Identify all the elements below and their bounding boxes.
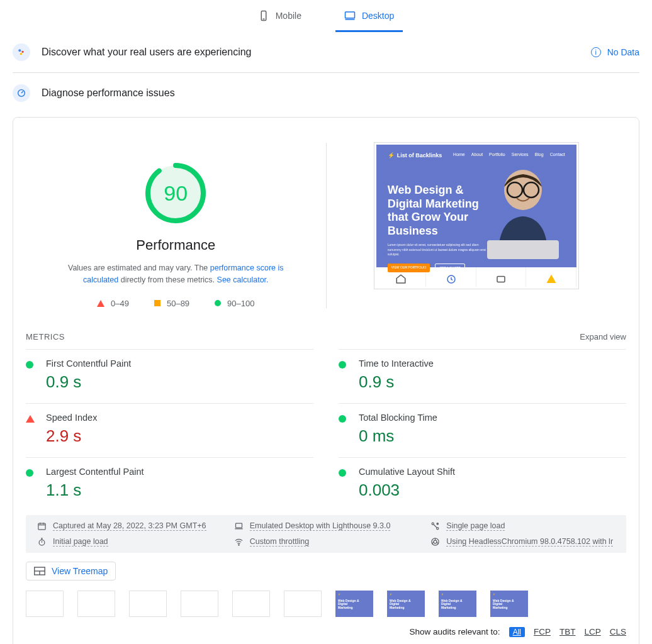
filmstrip: ⚡Web Design & Digital Marketing ⚡Web Des…: [26, 591, 626, 617]
audit-filter-all[interactable]: All: [509, 627, 525, 637]
triangle-red-icon: [26, 415, 35, 424]
expand-view-link[interactable]: Expand view: [580, 332, 626, 341]
metric-row: Time to Interactive0.9 s: [339, 349, 626, 403]
desktop-icon: [344, 10, 356, 21]
metric-row: Largest Contentful Paint1.1 s: [26, 457, 313, 511]
metric-value: 0.9 s: [46, 372, 313, 392]
metric-value: 0.003: [359, 480, 626, 500]
audit-filter-fcp[interactable]: FCP: [534, 627, 551, 636]
metric-name: Time to Interactive: [359, 358, 626, 369]
env-initial: Initial page load: [37, 537, 222, 547]
thumb-loaded: ⚡Web Design & Digital Marketing: [439, 591, 476, 617]
chrome-icon: [430, 537, 440, 547]
svg-point-25: [437, 527, 439, 529]
preview-subtext: Lorem ipsum dolor sit amet, consectetuer…: [388, 243, 488, 257]
metric-row: Total Blocking Time0 ms: [339, 403, 626, 457]
svg-point-24: [432, 523, 434, 525]
score-column: 90 Performance Values are estimated and …: [26, 143, 327, 308]
score-value: 90: [144, 162, 207, 225]
triangle-red-icon: [97, 300, 104, 307]
wifi-icon: [234, 537, 244, 547]
svg-rect-17: [497, 276, 505, 282]
preview-btn-portfolio: VIEW OUR PORTFOLIO: [388, 264, 430, 272]
svg-point-33: [434, 540, 437, 543]
view-treemap-button[interactable]: View Treemap: [26, 562, 116, 580]
thumb-loaded: ⚡Web Design & Digital Marketing: [335, 591, 373, 617]
dot-green-icon: [26, 469, 35, 478]
metric-value: 1.1 s: [46, 480, 313, 500]
svg-line-35: [437, 541, 439, 544]
metric-value: 0 ms: [359, 426, 626, 446]
svg-point-6: [20, 53, 22, 55]
dot-green-icon: [26, 361, 35, 370]
page-screenshot: ⚡ List of Backlinks HomeAboutPortfolioSe…: [374, 143, 578, 289]
score-link-2[interactable]: See calculator.: [217, 275, 269, 284]
svg-rect-15: [487, 240, 559, 259]
audit-filter-cls[interactable]: CLS: [610, 627, 626, 636]
metric-value: 2.9 s: [46, 426, 313, 446]
diagnose-title: Diagnose performance issues: [42, 87, 175, 99]
metrics-label: Metrics: [26, 332, 65, 341]
info-icon[interactable]: i: [591, 47, 601, 57]
svg-point-31: [239, 544, 239, 545]
svg-point-5: [21, 51, 23, 53]
discover-section: Discover what your real users are experi…: [13, 32, 639, 73]
stopwatch-icon: [37, 537, 47, 547]
env-throttling: Custom throttling: [234, 537, 419, 547]
score-legend: 0–49 50–89 90–100: [26, 299, 326, 308]
svg-rect-2: [345, 12, 354, 18]
svg-point-26: [437, 523, 439, 525]
env-single: Single page load: [430, 521, 615, 531]
thumb-empty: [232, 591, 270, 617]
thumb-empty: [26, 591, 64, 617]
tab-mobile[interactable]: Mobile: [249, 10, 310, 32]
performance-gauge: 90: [144, 162, 207, 225]
metric-name: Speed Index: [46, 413, 313, 423]
audits-filter: Show audits relevant to: All FCP TBT LCP…: [26, 627, 626, 637]
metric-name: Cumulative Layout Shift: [359, 467, 626, 477]
metric-row: Speed Index2.9 s: [26, 403, 313, 457]
svg-point-4: [18, 49, 21, 52]
metric-value: 0.9 s: [359, 372, 626, 392]
svg-line-8: [21, 91, 23, 93]
svg-line-36: [432, 541, 434, 544]
dot-green-icon: [339, 361, 347, 370]
users-icon: [13, 43, 30, 61]
metrics-grid: First Contentful Paint0.9 sTime to Inter…: [26, 349, 626, 511]
treemap-icon: [34, 567, 45, 575]
svg-rect-22: [235, 523, 242, 528]
square-amber-icon: [154, 300, 160, 306]
diagnose-section: Diagnose performance issues: [13, 73, 639, 113]
no-data-link[interactable]: No Data: [607, 47, 639, 57]
thumb-loaded: ⚡Web Design & Digital Marketing: [490, 591, 528, 617]
audit-filter-lcp[interactable]: LCP: [584, 627, 600, 636]
tab-label: Mobile: [276, 11, 301, 21]
env-browser: Using HeadlessChromium 98.0.4758.102 wit…: [430, 537, 615, 547]
dot-green-icon: [215, 300, 221, 306]
thumb-empty: [284, 591, 322, 617]
report-card: 90 Performance Values are estimated and …: [13, 117, 639, 644]
preview-person-icon: [476, 158, 570, 259]
thumb-empty: [129, 591, 167, 617]
mobile-icon: [258, 10, 269, 21]
svg-rect-18: [38, 523, 45, 530]
thumb-empty: [181, 591, 218, 617]
performance-label: Performance: [26, 237, 326, 253]
tab-desktop[interactable]: Desktop: [335, 10, 403, 32]
metric-name: Largest Contentful Paint: [46, 467, 313, 477]
audits-label: Show audits relevant to:: [410, 627, 500, 636]
environment-bar: Captured at May 28, 2022, 3:23 PM GMT+6 …: [26, 515, 626, 553]
tab-label: Desktop: [362, 11, 394, 21]
preview-nav: HomeAboutPortfolioServicesBlogContact: [453, 152, 565, 157]
discover-title: Discover what your real users are experi…: [42, 47, 251, 58]
gauge-icon: [13, 84, 30, 102]
calendar-icon: [37, 521, 47, 531]
dot-green-icon: [339, 469, 347, 478]
device-tabs: Mobile Desktop: [13, 0, 639, 32]
thumb-loaded: ⚡Web Design & Digital Marketing: [387, 591, 425, 617]
metric-row: First Contentful Paint0.9 s: [26, 349, 313, 403]
audit-filter-tbt[interactable]: TBT: [559, 627, 576, 636]
preview-btn-quote: GET A QUOTE: [435, 264, 465, 272]
env-captured: Captured at May 28, 2022, 3:23 PM GMT+6: [37, 521, 222, 531]
network-icon: [430, 521, 440, 531]
